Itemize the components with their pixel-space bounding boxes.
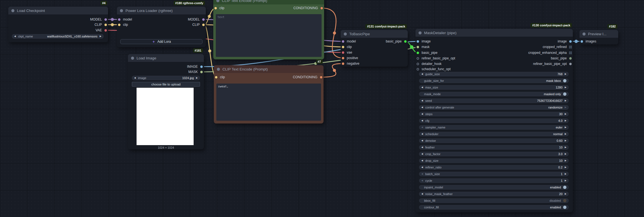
output-port-VAE[interactable]: VAE [93,28,107,33]
widget-cfg[interactable]: ◀cfg4.0▶ [419,118,569,123]
toggle-icon[interactable] [563,199,566,202]
widget-image[interactable]: ◀image1024.jpg▶ [132,76,200,80]
node-header[interactable]: Power Lora Loader (rgthree) [117,7,206,14]
widget-drop_size[interactable]: ◀drop_size10▶ [419,158,569,163]
input-port-images[interactable]: images [581,39,599,44]
port-grid-icon[interactable] [569,46,572,48]
toggle-icon[interactable] [563,186,566,189]
node-load-checkpoint[interactable]: #4Load CheckpointMODELCLIPVAE◀ckpt_namew… [8,7,108,42]
port-dot-icon[interactable] [417,63,419,65]
input-port-clip[interactable]: clip [342,44,354,49]
widget-seed[interactable]: ◀seed753677230416637▶ [419,99,569,103]
port-dot-icon[interactable] [200,65,203,68]
collapse-dot-icon[interactable] [217,68,220,71]
collapse-dot-icon[interactable] [344,32,347,36]
port-dot-icon[interactable] [214,7,217,9]
output-port-CLIP[interactable]: CLIP [190,22,205,27]
node-header[interactable]: MaskDetailer (pipe) [415,29,573,37]
widget-scheduler[interactable]: ◀schedulernormal▶ [419,132,569,136]
port-dot-icon[interactable] [118,24,120,26]
node-power-lora-loader[interactable]: #180 rgthree-comfyPower Lora Loader (rgt… [117,7,206,47]
widget-mask_mode[interactable]: mask_modemasked only [419,92,569,96]
port-dot-icon[interactable] [404,40,407,43]
input-port-refiner_basic_pipe_opt[interactable]: refiner_basic_pipe_opt [417,56,458,61]
toggle-icon[interactable] [563,92,566,96]
link-negative-cond-to-pipe[interactable] [321,64,343,77]
increment-arrow-icon[interactable]: ▶ [565,132,566,136]
decrement-arrow-icon[interactable]: ◀ [421,85,423,89]
widget-control_after_generate[interactable]: ◀control after generaterandomize▶ [419,105,569,110]
widget-max_size[interactable]: ◀max_size1280▶ [419,85,569,90]
node-to-basic-pipe[interactable]: #131 comfyui-impact-packToBasicPipemodel… [341,30,408,67]
port-dot-icon[interactable] [417,68,419,70]
port-dot-icon[interactable] [342,46,344,48]
port-dot-icon[interactable] [104,29,107,32]
port-dot-icon[interactable] [417,57,419,60]
port-dot-icon[interactable] [104,24,107,26]
widget-noise_mask_feather[interactable]: ◀noise_mask_feather20▶ [419,192,569,196]
port-dot-icon[interactable] [202,18,205,21]
input-port-mask[interactable]: mask [417,44,432,49]
decrement-arrow-icon[interactable]: ◀ [421,132,423,136]
increment-arrow-icon[interactable]: ▶ [565,85,566,89]
decrement-arrow-icon[interactable]: ◀ [421,72,423,76]
increment-arrow-icon[interactable]: ▶ [565,165,566,169]
decrement-arrow-icon[interactable]: ◀ [421,192,423,196]
decrement-arrow-icon[interactable]: ◀ [421,125,423,129]
input-port-clip[interactable]: clip [215,75,227,80]
increment-arrow-icon[interactable]: ▶ [100,34,101,38]
widget-inpaint_model[interactable]: inpaint_modelenabled [419,185,569,190]
node-header[interactable]: ToBasicPipe [341,30,408,38]
port-dot-icon[interactable] [417,40,419,43]
increment-arrow-icon[interactable]: ▶ [565,72,566,76]
collapse-dot-icon[interactable] [11,9,14,12]
input-port-negative[interactable]: negative [342,61,362,66]
link-midpoint-dot-lora-clip-to-negative[interactable] [208,49,211,52]
toggle-icon[interactable] [563,79,566,82]
output-port-refiner_basic_pipe_opt[interactable]: refiner_basic_pipe_opt [531,61,572,66]
widget-refiner_ratio[interactable]: ◀refiner_ratio0.2▶ [419,165,569,170]
increment-arrow-icon[interactable]: ▶ [565,99,566,103]
port-dot-icon[interactable] [215,76,217,79]
link-midpoint-dot-checkpoint-model-to-lora[interactable] [111,18,114,21]
increment-arrow-icon[interactable]: ▶ [565,125,566,129]
input-port-clip[interactable]: clip [118,22,130,27]
increment-arrow-icon[interactable]: ▶ [565,145,566,149]
decrement-arrow-icon[interactable]: ◀ [421,165,423,169]
widget-sampler_name[interactable]: ◀sampler_nameeuler▶ [419,125,569,130]
output-port-cropped_refined[interactable]: cropped_refined [540,44,572,49]
input-port-scheduler_func_opt[interactable]: scheduler_func_opt [417,67,453,72]
input-port-image[interactable]: image [417,39,433,44]
input-port-positive[interactable]: positive [342,55,361,60]
link-midpoint-dot-negative-cond-to-pipe[interactable] [333,69,336,72]
input-port-model[interactable]: model [118,17,135,22]
choose-file-to-upload-button[interactable]: choose file to upload [132,82,200,87]
increment-arrow-icon[interactable]: ▶ [565,179,566,183]
widget-bbox_fill[interactable]: bbox_filldisabled [419,198,569,203]
widget-cycle[interactable]: ◀cycle1▶ [419,178,569,183]
widget-ckpt_name[interactable]: ◀ckpt_namewaiIllustriousSDXL_v160.safete… [12,34,104,39]
add-lora-button[interactable]: ＋Add Lora [120,39,202,44]
node-header[interactable]: Load Image [128,54,204,62]
increment-arrow-icon[interactable]: ▶ [565,119,566,123]
port-dot-icon[interactable] [581,40,583,43]
widget-batch_size[interactable]: ◀batch_size1▶ [419,172,569,176]
decrement-arrow-icon[interactable]: ◀ [421,159,423,163]
input-port-vae[interactable]: vae [342,50,355,55]
decrement-arrow-icon[interactable]: ◀ [421,152,423,156]
decrement-arrow-icon[interactable]: ◀ [421,119,423,123]
output-port-MODEL[interactable]: MODEL [88,17,107,22]
increment-arrow-icon[interactable]: ▶ [565,172,566,176]
port-dot-icon[interactable] [569,57,572,60]
prompt-textarea[interactable] [216,14,322,57]
port-grid-icon[interactable] [569,52,572,54]
port-dot-icon[interactable] [342,40,344,43]
output-port-basic_pipe[interactable]: basic_pipe [383,39,407,44]
widget-guide_size[interactable]: ◀guide_size768▶ [419,72,569,76]
increment-arrow-icon[interactable]: ▶ [565,112,566,116]
output-port-image[interactable]: image [555,39,572,44]
decrement-arrow-icon[interactable]: ◀ [421,172,423,176]
decrement-arrow-icon[interactable]: ◀ [421,105,423,109]
increment-arrow-icon[interactable]: ▶ [196,76,198,80]
collapse-dot-icon[interactable] [120,9,123,12]
